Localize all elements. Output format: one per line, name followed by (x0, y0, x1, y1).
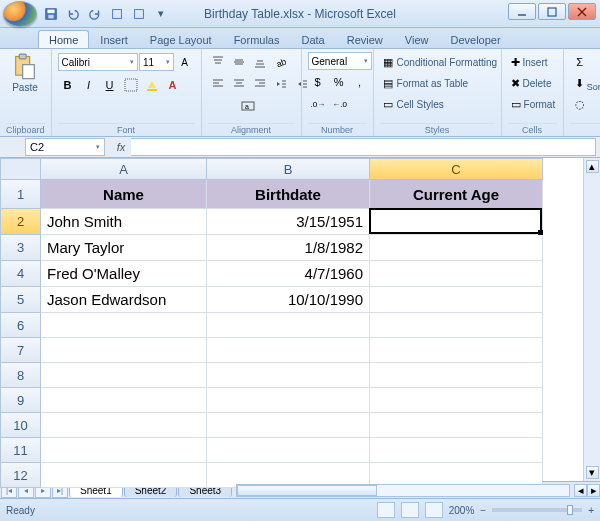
clear-icon[interactable]: ◌ (570, 94, 590, 114)
maximize-button[interactable] (538, 3, 566, 20)
format-as-table-button[interactable]: ▤Format as Table (380, 73, 500, 93)
tab-developer[interactable]: Developer (439, 30, 511, 48)
scroll-up-icon[interactable]: ▴ (586, 160, 599, 173)
cell-A2[interactable]: John Smith (41, 209, 207, 235)
cell-A1[interactable]: Name (41, 180, 207, 209)
cell-B1[interactable]: Birthdate (207, 180, 370, 209)
row-header-1[interactable]: 1 (0, 180, 41, 209)
row-header-5[interactable]: 5 (0, 287, 41, 313)
align-bottom-icon[interactable] (250, 52, 270, 72)
cell-B8[interactable] (207, 363, 370, 388)
tab-home[interactable]: Home (38, 30, 89, 48)
row-header-7[interactable]: 7 (0, 338, 41, 363)
vertical-scrollbar[interactable]: ▴ ▾ (583, 158, 600, 481)
tab-review[interactable]: Review (336, 30, 394, 48)
conditional-formatting-button[interactable]: ▦Conditional Formatting (380, 52, 500, 72)
zoom-out-icon[interactable]: − (480, 505, 486, 516)
cell-styles-button[interactable]: ▭Cell Styles (380, 94, 500, 114)
tab-page-layout[interactable]: Page Layout (139, 30, 223, 48)
align-center-icon[interactable] (229, 74, 249, 94)
orientation-icon[interactable]: ab (271, 52, 291, 72)
cell-C5[interactable] (370, 287, 543, 313)
align-top-icon[interactable] (208, 52, 228, 72)
decrease-decimal-icon[interactable]: ←.0 (329, 94, 350, 114)
close-button[interactable] (568, 3, 596, 20)
column-header-A[interactable]: A (41, 158, 207, 180)
column-header-C[interactable]: C (370, 158, 543, 180)
font-size-select[interactable]: 11▾ (139, 53, 174, 71)
scroll-thumb[interactable] (237, 485, 377, 496)
tab-view[interactable]: View (394, 30, 440, 48)
qat-customize-icon[interactable]: ▾ (153, 6, 169, 22)
bold-icon[interactable]: B (58, 75, 78, 95)
qat-item-icon[interactable] (109, 6, 125, 22)
percent-icon[interactable]: % (329, 72, 349, 92)
view-normal-icon[interactable] (377, 502, 395, 518)
cell-C7[interactable] (370, 338, 543, 363)
font-color-icon[interactable]: A (163, 75, 183, 95)
cell-A6[interactable] (41, 313, 207, 338)
number-format-select[interactable]: General▾ (308, 52, 372, 70)
format-cells-button[interactable]: ▭Format (508, 94, 564, 114)
delete-cells-button[interactable]: ✖Delete (508, 73, 564, 93)
cell-A10[interactable] (41, 413, 207, 438)
merge-center-icon[interactable]: a (208, 96, 288, 116)
select-all-corner[interactable] (0, 158, 41, 180)
row-header-12[interactable]: 12 (0, 463, 41, 488)
tab-formulas[interactable]: Formulas (223, 30, 291, 48)
cell-B4[interactable]: 4/7/1960 (207, 261, 370, 287)
cell-B10[interactable] (207, 413, 370, 438)
column-header-B[interactable]: B (207, 158, 370, 180)
row-header-3[interactable]: 3 (0, 235, 41, 261)
cell-C11[interactable] (370, 438, 543, 463)
horizontal-scrollbar[interactable] (236, 484, 570, 497)
minimize-button[interactable] (508, 3, 536, 20)
cell-A9[interactable] (41, 388, 207, 413)
cell-C1[interactable]: Current Age (370, 180, 543, 209)
comma-icon[interactable]: , (350, 72, 370, 92)
scroll-down-icon[interactable]: ▾ (586, 466, 599, 479)
scroll-right-icon[interactable]: ▸ (587, 484, 600, 497)
paste-button[interactable]: Paste (6, 52, 44, 95)
cell-C3[interactable] (370, 235, 543, 261)
cell-B5[interactable]: 10/10/1990 (207, 287, 370, 313)
undo-icon[interactable] (65, 6, 81, 22)
increase-decimal-icon[interactable]: .0→ (308, 94, 329, 114)
cell-A8[interactable] (41, 363, 207, 388)
cell-C9[interactable] (370, 388, 543, 413)
row-header-10[interactable]: 10 (0, 413, 41, 438)
underline-icon[interactable]: U (100, 75, 120, 95)
currency-icon[interactable]: $ (308, 72, 328, 92)
zoom-slider[interactable] (492, 508, 582, 512)
row-header-2[interactable]: 2 (0, 209, 41, 235)
cell-C4[interactable] (370, 261, 543, 287)
name-box[interactable]: C2▾ (25, 138, 105, 156)
cell-B7[interactable] (207, 338, 370, 363)
sort-filter-button[interactable]: Sort & Filter (594, 52, 600, 94)
align-right-icon[interactable] (250, 74, 270, 94)
cell-B6[interactable] (207, 313, 370, 338)
row-header-11[interactable]: 11 (0, 438, 41, 463)
cell-A4[interactable]: Fred O'Malley (41, 261, 207, 287)
cell-A3[interactable]: Mary Taylor (41, 235, 207, 261)
view-layout-icon[interactable] (401, 502, 419, 518)
cell-C2[interactable] (370, 209, 543, 235)
font-name-select[interactable]: Calibri▾ (58, 53, 138, 71)
cell-C8[interactable] (370, 363, 543, 388)
redo-icon[interactable] (87, 6, 103, 22)
tab-data[interactable]: Data (290, 30, 335, 48)
save-icon[interactable] (43, 6, 59, 22)
cell-A7[interactable] (41, 338, 207, 363)
insert-cells-button[interactable]: ✚Insert (508, 52, 564, 72)
cell-A5[interactable]: Jason Edwardson (41, 287, 207, 313)
cell-A11[interactable] (41, 438, 207, 463)
cell-C6[interactable] (370, 313, 543, 338)
decrease-indent-icon[interactable] (271, 74, 291, 94)
office-button[interactable] (3, 1, 37, 27)
cell-B2[interactable]: 3/15/1951 (207, 209, 370, 235)
row-header-9[interactable]: 9 (0, 388, 41, 413)
autosum-icon[interactable]: Σ (570, 52, 590, 72)
italic-icon[interactable]: I (79, 75, 99, 95)
align-middle-icon[interactable] (229, 52, 249, 72)
cell-B11[interactable] (207, 438, 370, 463)
